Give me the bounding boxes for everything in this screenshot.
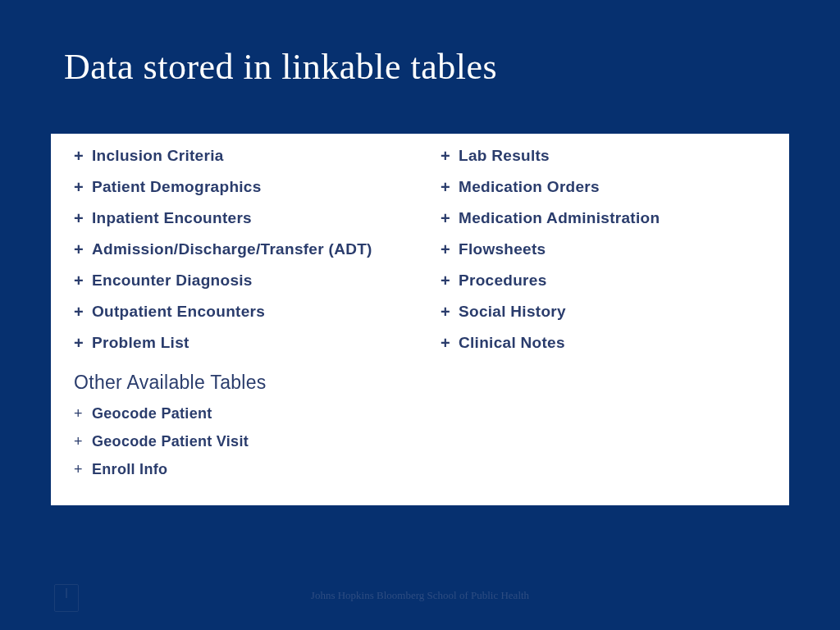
plus-icon: + <box>441 304 459 320</box>
item-label: Geocode Patient Visit <box>92 433 249 450</box>
list-item: +Enroll Info <box>74 461 399 478</box>
list-item: +Medication Administration <box>441 209 766 227</box>
list-item: +Flowsheets <box>441 240 766 258</box>
list-item: +Geocode Patient <box>74 405 399 422</box>
item-label: Procedures <box>459 272 547 290</box>
plus-icon: + <box>441 179 459 195</box>
list-item: +Admission/Discharge/Transfer (ADT) <box>74 240 399 258</box>
item-label: Enroll Info <box>92 461 167 478</box>
list-item: +Medication Orders <box>441 178 766 196</box>
list-item: +Outpatient Encounters <box>74 303 399 321</box>
slide-title: Data stored in linkable tables <box>64 46 497 88</box>
plus-icon: + <box>74 179 92 195</box>
item-label: Medication Orders <box>459 178 600 196</box>
list-item: +Procedures <box>441 272 766 290</box>
left-column: +Inclusion Criteria +Patient Demographic… <box>74 147 399 489</box>
plus-icon: + <box>441 335 459 351</box>
list-item: +Encounter Diagnosis <box>74 272 399 290</box>
subheading: Other Available Tables <box>74 372 399 394</box>
plus-icon: + <box>74 210 92 226</box>
item-label: Patient Demographics <box>92 178 262 196</box>
list-item: +Lab Results <box>441 147 766 165</box>
plus-icon: + <box>74 461 92 478</box>
item-label: Social History <box>459 303 566 321</box>
list-item: +Inclusion Criteria <box>74 147 399 165</box>
plus-icon: + <box>74 304 92 320</box>
plus-icon: + <box>441 272 459 289</box>
footer-text: Johns Hopkins Bloomberg School of Public… <box>0 589 840 602</box>
plus-icon: + <box>74 272 92 289</box>
plus-icon: + <box>441 148 459 164</box>
item-label: Clinical Notes <box>459 334 565 352</box>
list-item: +Problem List <box>74 334 399 352</box>
item-label: Outpatient Encounters <box>92 303 265 321</box>
item-label: Medication Administration <box>459 209 660 227</box>
plus-icon: + <box>74 335 92 351</box>
plus-icon: + <box>74 433 92 450</box>
content-panel: +Inclusion Criteria +Patient Demographic… <box>51 134 789 505</box>
plus-icon: + <box>441 241 459 258</box>
plus-icon: + <box>74 405 92 422</box>
plus-icon: + <box>441 210 459 226</box>
list-item: +Social History <box>441 303 766 321</box>
item-label: Inpatient Encounters <box>92 209 252 227</box>
right-column: +Lab Results +Medication Orders +Medicat… <box>408 147 766 489</box>
list-item: +Clinical Notes <box>441 334 766 352</box>
item-label: Geocode Patient <box>92 405 212 422</box>
item-label: Admission/Discharge/Transfer (ADT) <box>92 240 372 258</box>
columns-container: +Inclusion Criteria +Patient Demographic… <box>74 147 766 489</box>
item-label: Lab Results <box>459 147 550 165</box>
item-label: Problem List <box>92 334 189 352</box>
item-label: Encounter Diagnosis <box>92 272 253 290</box>
list-item: +Inpatient Encounters <box>74 209 399 227</box>
item-label: Inclusion Criteria <box>92 147 224 165</box>
list-item: +Geocode Patient Visit <box>74 433 399 450</box>
list-item: +Patient Demographics <box>74 178 399 196</box>
plus-icon: + <box>74 241 92 258</box>
plus-icon: + <box>74 148 92 164</box>
item-label: Flowsheets <box>459 240 546 258</box>
